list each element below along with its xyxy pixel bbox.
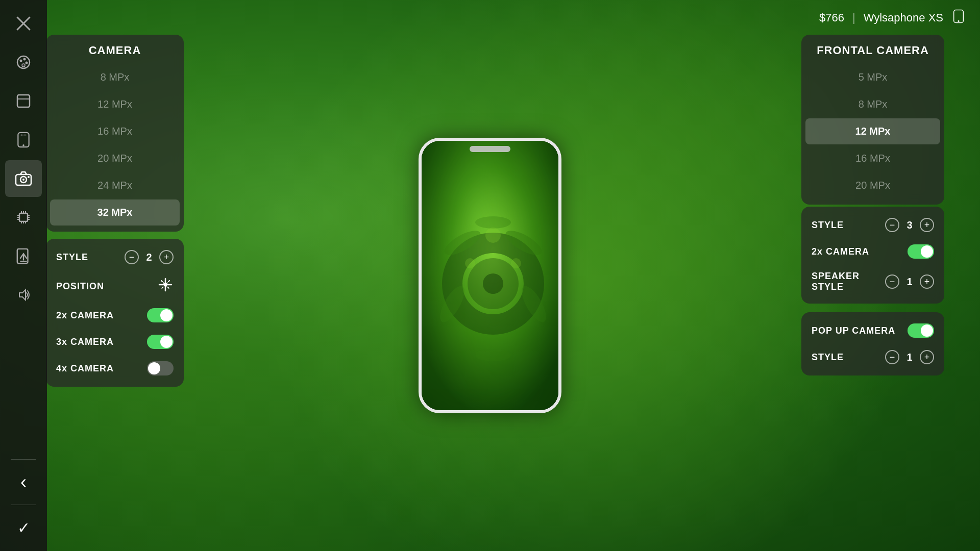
phone-frame xyxy=(419,138,561,413)
camera-3x-knob xyxy=(160,336,173,348)
sound-icon xyxy=(15,287,32,303)
popup-style-label: STYLE xyxy=(812,352,844,363)
frontal-camera-title: FRONTAL CAMERA xyxy=(801,35,944,63)
svg-point-52 xyxy=(511,258,521,268)
svg-point-6 xyxy=(22,64,25,67)
phone-screen xyxy=(422,141,558,410)
camera-option-8-mpx[interactable]: 8 MPx xyxy=(50,64,180,90)
camera-options-list: 8 MPx12 MPx16 MPx20 MPx24 MPx32 MPx xyxy=(46,64,184,226)
frontal-option-8-mpx[interactable]: 8 MPx xyxy=(805,91,940,117)
camera-2x-toggle-right[interactable] xyxy=(908,244,934,259)
popup-camera-toggle[interactable] xyxy=(908,323,934,338)
camera-option-20-mpx[interactable]: 20 MPx xyxy=(50,145,180,171)
sidebar-item-back[interactable]: ‹ xyxy=(5,464,42,500)
style-counter-left: − 2 + xyxy=(125,250,174,264)
sidebar-item-palette[interactable] xyxy=(5,44,42,81)
popup-style-value: 1 xyxy=(904,352,915,363)
camera-3x-row: 3x CAMERA xyxy=(56,329,174,355)
frontal-camera-panel: FRONTAL CAMERA 5 MPx8 MPx12 MPx16 MPx20 … xyxy=(801,35,944,205)
camera-4x-label: 4x CAMERA xyxy=(56,363,114,374)
sidebar-item-tools[interactable] xyxy=(5,5,42,42)
style-counter-right: − 3 + xyxy=(885,218,934,232)
tools-icon xyxy=(15,15,32,32)
header-device: Wylsaphone XS xyxy=(864,11,943,24)
phone-container xyxy=(419,138,561,413)
sidebar-item-theme[interactable] xyxy=(5,83,42,119)
popup-style-row: STYLE − 1 + xyxy=(812,344,934,370)
sidebar-item-chip[interactable] xyxy=(5,199,42,236)
camera-2x-label-right: 2x CAMERA xyxy=(812,246,869,257)
style-value-right: 3 xyxy=(904,219,915,231)
speaker-style-label: SPEAKER STYLE xyxy=(812,271,885,292)
phone-notch xyxy=(470,146,510,152)
camera-4x-toggle[interactable] xyxy=(147,361,174,375)
popup-camera-knob xyxy=(921,324,933,337)
popup-style-increment[interactable]: + xyxy=(920,350,934,364)
style-value-left: 2 xyxy=(144,252,154,263)
camera-option-16-mpx[interactable]: 16 MPx xyxy=(50,118,180,144)
svg-point-5 xyxy=(26,62,28,64)
sidebar-divider-2 xyxy=(11,505,36,505)
theme-icon xyxy=(15,93,32,109)
sidebar-item-camera[interactable] xyxy=(5,160,42,197)
style-panel-right: STYLE − 3 + 2x CAMERA SPEAKER STYLE − 1 … xyxy=(801,207,944,304)
svg-point-4 xyxy=(23,58,26,61)
popup-style-decrement[interactable]: − xyxy=(885,350,899,364)
speaker-style-counter: − 1 + xyxy=(885,274,934,289)
header-divider: | xyxy=(852,11,855,24)
sidebar-divider xyxy=(11,459,36,460)
chip-icon xyxy=(15,209,32,226)
sidebar-item-device[interactable] xyxy=(5,121,42,158)
svg-point-15 xyxy=(22,179,24,181)
style-increment-right[interactable]: + xyxy=(920,218,934,232)
svg-point-39 xyxy=(164,283,167,286)
speaker-increment[interactable]: + xyxy=(920,274,934,289)
frontal-option-20-mpx[interactable]: 20 MPx xyxy=(805,172,940,198)
style-label-right: STYLE xyxy=(812,220,844,231)
header-price: $766 xyxy=(819,11,844,24)
camera-4x-row: 4x CAMERA xyxy=(56,355,174,382)
speaker-decrement[interactable]: − xyxy=(885,274,899,289)
style-increment-left[interactable]: + xyxy=(159,250,174,264)
camera-2x-row-left: 2x CAMERA xyxy=(56,302,174,329)
position-icon[interactable] xyxy=(157,277,174,296)
position-row: POSITION xyxy=(56,270,174,302)
palette-icon xyxy=(15,54,32,70)
svg-point-16 xyxy=(28,176,30,178)
camera-panel: CAMERA 8 MPx12 MPx16 MPx20 MPx24 MPx32 M… xyxy=(46,35,184,232)
sidebar-item-confirm[interactable]: ✓ xyxy=(5,509,42,546)
camera-2x-knob-right xyxy=(921,245,933,258)
frontal-option-16-mpx[interactable]: 16 MPx xyxy=(805,145,940,171)
camera-2x-label-left: 2x CAMERA xyxy=(56,310,114,321)
frontal-option-5-mpx[interactable]: 5 MPx xyxy=(805,64,940,90)
sidebar-item-sound[interactable] xyxy=(5,277,42,313)
style-decrement-right[interactable]: − xyxy=(885,218,899,232)
style-row-right: STYLE − 3 + xyxy=(812,212,934,238)
camera-3x-toggle[interactable] xyxy=(147,335,174,349)
svg-point-49 xyxy=(475,349,511,361)
header-device-icon xyxy=(951,9,966,27)
camera-panel-title: CAMERA xyxy=(46,35,184,63)
popup-camera-row: POP UP CAMERA xyxy=(812,317,934,344)
camera-4x-knob xyxy=(148,362,160,374)
camera-2x-toggle-left[interactable] xyxy=(147,308,174,322)
export-icon xyxy=(16,248,31,264)
phone-wallpaper xyxy=(422,141,558,410)
svg-rect-7 xyxy=(17,95,30,107)
back-icon: ‹ xyxy=(20,471,27,493)
frontal-option-12-mpx[interactable]: 12 MPx xyxy=(805,118,940,144)
svg-point-3 xyxy=(20,60,22,62)
camera-2x-row-right: 2x CAMERA xyxy=(812,238,934,265)
check-icon: ✓ xyxy=(17,519,30,537)
camera-option-24-mpx[interactable]: 24 MPx xyxy=(50,172,180,198)
sidebar: ‹ ✓ xyxy=(0,0,47,551)
camera-option-32-mpx[interactable]: 32 MPx xyxy=(50,199,180,226)
popup-camera-label: POP UP CAMERA xyxy=(812,325,895,336)
camera-2x-knob-left xyxy=(160,309,173,321)
header: $766 | Wylsaphone XS xyxy=(805,0,980,36)
camera-option-12-mpx[interactable]: 12 MPx xyxy=(50,91,180,117)
sidebar-item-export[interactable] xyxy=(5,238,42,274)
svg-point-51 xyxy=(465,258,475,268)
svg-rect-12 xyxy=(23,134,26,136)
style-decrement-left[interactable]: − xyxy=(125,250,139,264)
